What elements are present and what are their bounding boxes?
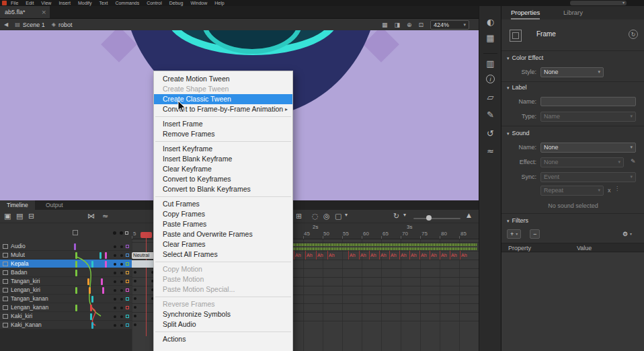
menu-help[interactable]: Help	[214, 1, 224, 5]
lock-dot[interactable]	[120, 263, 123, 266]
lock-dot[interactable]	[120, 298, 123, 301]
menu-commands[interactable]: Commands	[115, 1, 139, 5]
section-filters[interactable]: ▾Filters	[507, 217, 528, 226]
lock-dot[interactable]	[120, 254, 123, 257]
account-button[interactable]: ▾	[570, 1, 627, 5]
menu-debug[interactable]: Debug	[169, 1, 184, 5]
layer-row-audio[interactable]: Audio	[0, 242, 132, 251]
frame-label-ah[interactable]: Ah	[369, 251, 376, 260]
menu-control[interactable]: Control	[147, 1, 162, 5]
menu-item-remove-frames[interactable]: Remove Frames	[154, 129, 292, 139]
style-select[interactable]: None ▾	[540, 67, 604, 77]
lock-dot[interactable]	[120, 289, 123, 292]
lock-dot[interactable]	[120, 280, 123, 283]
edit-sound-icon[interactable]: ✎	[631, 158, 636, 165]
chevron-down-icon[interactable]: ▾	[403, 212, 406, 218]
visibility-dot[interactable]	[114, 263, 116, 266]
layer-row-kaki-kanan[interactable]: Kaki_Kanan	[0, 321, 132, 329]
visibility-dot[interactable]	[114, 289, 116, 292]
label-name-input[interactable]	[540, 97, 636, 106]
menu-item-actions[interactable]: Actions	[154, 334, 292, 344]
timeline-zoom-knob[interactable]	[426, 215, 432, 221]
add-filter-button[interactable]: + ▾	[507, 229, 521, 239]
menu-file[interactable]: File	[11, 1, 18, 5]
frame-label-ah[interactable]: Ah	[294, 251, 301, 260]
menu-view[interactable]: View	[41, 1, 51, 5]
tab-timeline[interactable]: Timeline	[0, 200, 35, 210]
motion-editor-panel-icon[interactable]: ≈	[479, 146, 501, 156]
layer-row-lengan-kiri[interactable]: Lengan_kiri	[0, 286, 132, 295]
frame-label-ah[interactable]: Ah	[348, 251, 356, 260]
visibility-dot[interactable]	[114, 272, 116, 274]
frame-label-ah[interactable]: Ah	[409, 251, 417, 260]
layer-row-kepala[interactable]: Kepala	[0, 260, 132, 268]
brush-panel-icon[interactable]: ✎	[479, 110, 501, 120]
center-stage-icon[interactable]: ⊕	[407, 22, 412, 28]
outline-color-swatch[interactable]	[126, 271, 129, 274]
breadcrumb-symbol[interactable]: robot	[58, 22, 73, 28]
add-frame-icon[interactable]: ⊞	[296, 212, 302, 221]
tab-library[interactable]: Library	[563, 6, 583, 20]
outline-color-swatch[interactable]	[126, 288, 129, 292]
transform-panel-icon[interactable]: ▱	[479, 92, 501, 102]
back-icon[interactable]: ◀	[4, 22, 8, 28]
outline-color-swatch[interactable]	[126, 323, 129, 327]
new-folder-icon[interactable]: ▤	[16, 212, 23, 221]
menu-item-clear-frames[interactable]: Clear Frames	[154, 239, 292, 249]
layer-row-mulut[interactable]: Mulut	[0, 251, 132, 260]
visibility-dot[interactable]	[114, 298, 116, 301]
graph-mode-icon[interactable]: ≈	[102, 212, 108, 221]
loop-icon[interactable]: ↻	[393, 212, 399, 221]
tab-output[interactable]: Output	[39, 200, 70, 210]
layer-row-kaki-kiri[interactable]: Kaki_kiri	[0, 312, 132, 321]
visibility-dot[interactable]	[114, 307, 116, 309]
history-panel-icon[interactable]: ↺	[479, 128, 501, 139]
tab-properties[interactable]: Properties	[511, 6, 540, 20]
edit-scene-icon[interactable]: ▦	[382, 22, 388, 28]
frame-label-neutral[interactable]: Neutral	[132, 252, 155, 259]
lock-dot[interactable]	[120, 272, 123, 274]
clip-content-icon[interactable]: ⊡	[418, 22, 424, 28]
chevron-down-icon[interactable]: ▾	[345, 212, 348, 218]
outline-color-swatch[interactable]	[126, 280, 129, 283]
menu-item-synchronize-symbols[interactable]: Synchronize Symbols	[154, 309, 292, 319]
lock-column-icon[interactable]	[120, 231, 123, 235]
section-label[interactable]: ▾Label	[507, 84, 527, 93]
layer-row-tangan-kanan[interactable]: Tangan_kanan	[0, 295, 132, 303]
outline-color-swatch[interactable]	[126, 254, 129, 257]
menu-item-copy-frames[interactable]: Copy Frames	[154, 209, 292, 219]
delete-layer-icon[interactable]: ⊟	[28, 212, 34, 221]
frame-label-ah[interactable]: Ah	[399, 251, 407, 260]
panel-help-icon[interactable]: ↻	[629, 30, 638, 39]
menu-item-clear-keyframe[interactable]: Clear Keyframe	[154, 164, 292, 174]
layer-row-lengan-kanan[interactable]: Lengan_kanan	[0, 303, 132, 312]
frame-label-ah[interactable]: Ah	[316, 251, 323, 260]
breadcrumb-scene[interactable]: Scene 1	[23, 22, 45, 28]
menu-item-insert-blank-keyframe[interactable]: Insert Blank Keyframe	[154, 154, 292, 164]
menu-modify[interactable]: Modify	[78, 1, 92, 5]
visibility-dot[interactable]	[114, 254, 116, 257]
menu-item-create-motion-tween[interactable]: Create Motion Tween	[154, 74, 292, 84]
menu-insert[interactable]: Insert	[58, 1, 71, 5]
timeline-zoom-slider[interactable]	[413, 218, 460, 219]
visibility-dot[interactable]	[114, 280, 116, 283]
parenting-view-icon[interactable]: ⋈	[87, 212, 95, 221]
outline-color-swatch[interactable]	[126, 297, 129, 301]
info-panel-icon[interactable]: i	[479, 75, 501, 83]
visibility-dot[interactable]	[114, 315, 116, 318]
edit-symbols-icon[interactable]: ◨	[394, 22, 400, 28]
frame-label-ah[interactable]: Ah	[450, 251, 457, 260]
outline-column-icon[interactable]	[125, 231, 128, 235]
new-layer-icon[interactable]: ▣	[4, 212, 11, 221]
menu-item-insert-frame[interactable]: Insert Frame	[154, 119, 292, 129]
frame-label-ah[interactable]: Ah	[379, 251, 387, 260]
sound-name-select[interactable]: None ▾	[540, 143, 636, 153]
menu-item-convert-to-blank-keyframes[interactable]: Convert to Blank Keyframes	[154, 184, 292, 194]
keyframe-dot[interactable]	[134, 288, 136, 291]
menu-item-select-all-frames[interactable]: Select All Frames	[154, 249, 292, 260]
visibility-column-icon[interactable]	[113, 231, 116, 235]
filter-options-button[interactable]: ⚙ ▾	[620, 229, 635, 239]
layer-row-badan[interactable]: Badan	[0, 268, 132, 277]
keyframe-dot[interactable]	[134, 280, 136, 282]
frame-label-ah[interactable]: Ah	[327, 251, 335, 260]
